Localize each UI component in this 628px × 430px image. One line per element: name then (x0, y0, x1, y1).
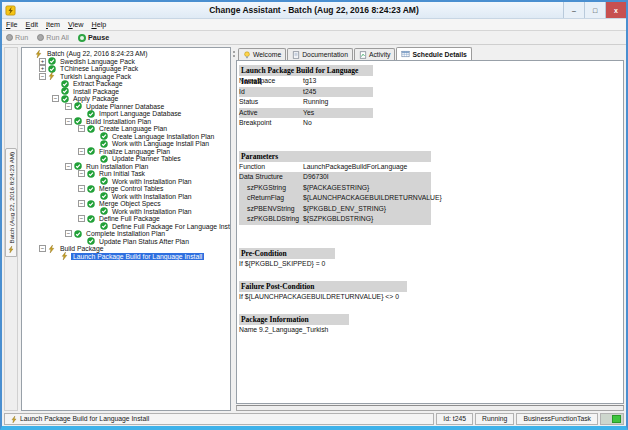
tree-item[interactable]: −Run Initial Task (23, 170, 230, 178)
maximize-button[interactable]: □ (584, 2, 605, 18)
dock-strip: Batch (Aug 22, 2016 8:24:23 AM) (4, 47, 18, 411)
lightning-icon (8, 246, 14, 253)
menu-help[interactable]: Help (91, 20, 106, 29)
tree-item[interactable]: Work with Language Install Plan (23, 140, 230, 148)
tree-item[interactable]: Create Language Installation Plan (23, 133, 230, 141)
menu-bar: FileEditItemViewHelp (2, 19, 626, 31)
tree-item-label: Update Planner Tables (110, 155, 183, 162)
tree-item-label: Update Plan Status After Plan (97, 238, 191, 245)
check-icon (87, 185, 95, 193)
status-current-task: Launch Package Build for Language Instal… (4, 413, 434, 425)
tree-item[interactable]: −Build Installation Plan (23, 118, 230, 126)
lightning-icon (48, 245, 56, 253)
check-icon (100, 155, 108, 163)
tree-item[interactable]: Work with Installation Plan (23, 178, 230, 186)
pre-condition-heading: Pre-Condition (239, 248, 335, 259)
tree-item-label: Batch (Aug 22, 2016 8:24:23 AM) (45, 50, 150, 57)
collapse-icon[interactable]: − (78, 200, 85, 207)
detail-panel: Welcome Documentation Activity Schedule … (236, 47, 624, 411)
tree-item[interactable]: −Run Installation Plan (23, 163, 230, 171)
collapse-icon[interactable]: − (65, 230, 72, 237)
check-icon (87, 237, 95, 245)
tab-documentation[interactable]: Documentation (287, 48, 353, 60)
pause-label: Pause (88, 33, 109, 42)
parameter-label: szPKGBLDString (247, 214, 303, 225)
window-title: Change Assistant - Batch (Aug 22, 2016 8… (2, 5, 626, 15)
collapse-icon[interactable]: − (78, 185, 85, 192)
status-state: Running (475, 413, 514, 425)
tree-item[interactable]: −Apply Package (23, 95, 230, 103)
tree-item[interactable]: Launch Package Build for Language Instal… (23, 253, 230, 261)
expander-spacer (52, 88, 59, 95)
tree-item[interactable]: −Finalize Language Plan (23, 148, 230, 156)
collapse-icon[interactable]: − (39, 245, 46, 252)
parameter-row: szPBENVString${PKGBLD_ENV_STRING} (239, 204, 431, 215)
collapse-icon[interactable]: − (52, 95, 59, 102)
check-icon (100, 207, 108, 215)
tree-item-label: Define Full Package (97, 215, 162, 222)
check-icon (87, 215, 95, 223)
expand-icon[interactable]: + (39, 58, 46, 65)
tree-item-label: Define Full Package For Language Install (110, 223, 231, 230)
close-button[interactable]: x (605, 2, 626, 18)
info-row: ActiveYes (239, 108, 373, 119)
app-window: Change Assistant - Batch (Aug 22, 2016 8… (0, 0, 628, 430)
check-icon (87, 170, 95, 178)
tab-label: Documentation (302, 51, 348, 58)
collapse-icon[interactable]: − (78, 215, 85, 222)
lightning-icon (48, 72, 56, 80)
parameter-value: ${PACKAGESTRING} (303, 183, 431, 194)
parameter-label: szPBENVString (247, 204, 303, 215)
tree-item[interactable]: −Merge Control Tables (23, 185, 230, 193)
pause-button[interactable]: Pause (78, 33, 109, 42)
tree-item[interactable]: Work with Installation Plan (23, 193, 230, 201)
check-icon (74, 230, 82, 238)
tree-item[interactable]: −Build Package (23, 245, 230, 253)
data-structure-block: Data Structure D96730I szPKGString${PACK… (239, 172, 431, 225)
parameter-row: szPKGString${PACKAGESTRING} (239, 183, 431, 194)
pre-condition-text: If ${PKGBLD_SKIPPED} = 0 (239, 259, 335, 269)
parameter-row: szPKGBLDString${SZPKGBLDSTRING} (239, 214, 431, 225)
run-all-button[interactable]: Run All (37, 33, 69, 42)
collapse-icon[interactable]: − (78, 170, 85, 177)
tab-activity[interactable]: Activity (354, 48, 396, 60)
menu-edit[interactable]: Edit (26, 20, 38, 29)
collapse-icon[interactable]: − (39, 73, 46, 80)
check-icon (74, 117, 82, 125)
tree-item[interactable]: −Complete Installation Plan (23, 230, 230, 238)
minimize-button[interactable]: – (563, 2, 584, 18)
collapse-icon[interactable]: − (65, 163, 72, 170)
tree-item[interactable]: Define Full Package For Language Install (23, 223, 230, 231)
info-row: StatusRunning (239, 97, 373, 108)
menu-file[interactable]: File (6, 20, 18, 29)
param-rows: szPKGString${PACKAGESTRING}cReturnFlag${… (239, 183, 431, 225)
tree-item-label: Extract Package (71, 80, 125, 87)
tree-item[interactable]: −Turkish Language Pack (23, 73, 230, 81)
tree-item[interactable]: −Merge Object Specs (23, 200, 230, 208)
collapse-icon[interactable]: − (78, 125, 85, 132)
tab-welcome[interactable]: Welcome (238, 48, 286, 60)
menu-view[interactable]: View (68, 20, 83, 29)
tree-item[interactable]: Install Package (23, 88, 230, 96)
tree-item[interactable]: −Update Planner Database (23, 103, 230, 111)
expand-icon[interactable]: + (39, 65, 46, 72)
tree-item[interactable]: Work with Installation Plan (23, 208, 230, 216)
lightbulb-icon (243, 51, 251, 59)
tree-item[interactable]: Import Language Database (23, 110, 230, 118)
tree-item[interactable]: −Define Full Package (23, 215, 230, 223)
dock-tab-batch[interactable]: Batch (Aug 22, 2016 8:24:23 AM) (5, 148, 17, 257)
toolbar: Run Run All Pause (2, 31, 626, 45)
tab-schedule-details[interactable]: Schedule Details (396, 47, 471, 60)
horizontal-scrollbar[interactable] (236, 405, 624, 411)
tree-item-label: Create Language Installation Plan (110, 133, 216, 140)
collapse-icon[interactable]: − (78, 148, 85, 155)
tree-item[interactable]: Update Planner Tables (23, 155, 230, 163)
run-button[interactable]: Run (6, 33, 28, 42)
tree-item[interactable]: Extract Package (23, 80, 230, 88)
tree-item-label: Launch Package Build for Language Instal… (71, 253, 204, 260)
collapse-icon[interactable]: − (65, 118, 72, 125)
collapse-icon[interactable]: − (65, 103, 72, 110)
tree-item[interactable]: −Create Language Plan (23, 125, 230, 133)
menu-item[interactable]: Item (46, 20, 60, 29)
title-bar[interactable]: Change Assistant - Batch (Aug 22, 2016 8… (2, 2, 626, 19)
